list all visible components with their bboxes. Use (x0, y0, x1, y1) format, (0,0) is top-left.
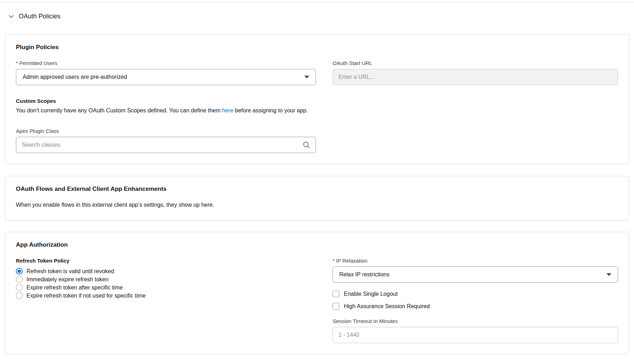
oauth-policies-page: OAuth Policies Plugin Policies *Permitte… (0, 0, 634, 364)
checkbox-unchecked-icon (333, 290, 339, 297)
permitted-users-field: *Permitted Users Admin approved users ar… (16, 60, 316, 85)
radio-unselected-icon (16, 284, 23, 291)
oauth-flows-card: OAuth Flows and External Client App Enha… (5, 176, 629, 221)
here-link[interactable]: here (222, 107, 233, 113)
radio-unselected-icon (16, 292, 23, 299)
oauth-policies-section-toggle[interactable]: OAuth Policies (0, 0, 634, 20)
radio-unselected-icon (16, 276, 23, 283)
ip-relaxation-label: *IP Relaxation (333, 258, 618, 264)
required-asterisk: * (333, 258, 335, 264)
top-divider (0, 2, 634, 2)
radio-expire-refresh-token-after-time[interactable]: Expire refresh token after specific time (16, 283, 316, 292)
search-icon[interactable] (303, 141, 310, 149)
app-authorization-title: App Authorization (16, 241, 618, 248)
apex-plugin-class-search (16, 137, 316, 153)
oauth-flows-title: OAuth Flows and External Client App Enha… (16, 186, 618, 193)
custom-scopes-description: You don't currently have any OAuth Custo… (16, 106, 618, 115)
chevron-down-icon (304, 76, 309, 78)
custom-scopes-title: Custom Scopes (16, 98, 618, 104)
session-timeout-input[interactable] (333, 327, 618, 343)
chevron-down-icon (606, 273, 611, 276)
radio-selected-icon (16, 268, 23, 275)
session-timeout-label: Session Timeout In Minutes (333, 318, 618, 324)
refresh-token-policy-label: Refresh Token Policy (16, 258, 316, 264)
refresh-token-policy-group: Refresh Token Policy Refresh token is va… (16, 258, 316, 343)
chevron-down-icon (8, 14, 14, 19)
required-asterisk: * (16, 60, 18, 66)
permitted-users-value: Admin approved users are pre-authorized (23, 74, 127, 80)
oauth-start-url-input[interactable] (333, 69, 618, 85)
enable-single-logout-checkbox[interactable]: Enable Single Logout (333, 290, 618, 297)
plugin-policies-title: Plugin Policies (16, 44, 618, 51)
radio-expire-refresh-token-if-unused[interactable]: Expire refresh token if not used for spe… (16, 292, 316, 300)
ip-relaxation-value: Relax IP restrictions (339, 271, 389, 278)
checkbox-unchecked-icon (333, 303, 339, 310)
app-authorization-card: App Authorization Refresh Token Policy R… (5, 232, 629, 354)
section-title: OAuth Policies (19, 13, 60, 20)
ip-relaxation-select[interactable]: Relax IP restrictions (333, 266, 618, 283)
permitted-users-select[interactable]: Admin approved users are pre-authorized (16, 69, 316, 85)
plugin-policies-card: Plugin Policies *Permitted Users Admin a… (5, 34, 629, 164)
radio-refresh-token-valid-until-revoked[interactable]: Refresh token is valid until revoked (16, 267, 316, 275)
oauth-start-url-label: OAuth Start URL (333, 60, 618, 66)
apex-plugin-class-label: Apex Plugin Class (16, 128, 618, 134)
app-authorization-right-column: *IP Relaxation Relax IP restrictions Ena… (333, 258, 618, 343)
high-assurance-session-checkbox[interactable]: High Assurance Session Required (333, 303, 618, 310)
oauth-flows-description: When you enable flows in this external c… (16, 200, 618, 210)
radio-immediately-expire-refresh-token[interactable]: Immediately expire refresh token (16, 275, 316, 283)
apex-plugin-class-search-input[interactable] (16, 137, 316, 153)
permitted-users-label: *Permitted Users (16, 60, 316, 66)
oauth-start-url-field: OAuth Start URL (333, 60, 618, 85)
